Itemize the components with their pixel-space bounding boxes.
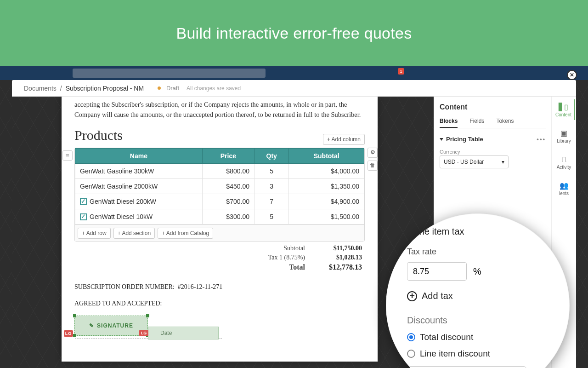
table-row: GenWatt Gasoline 2000kW $450.00 3 $1,350… bbox=[75, 178, 364, 194]
rail-library[interactable]: ▣Library bbox=[554, 126, 575, 146]
col-name[interactable]: Name bbox=[75, 148, 203, 163]
assignee-chip[interactable]: LG bbox=[139, 330, 148, 336]
panel-title: Content bbox=[440, 103, 546, 111]
document-canvas[interactable]: accepting the Subscriber's subscription,… bbox=[12, 97, 434, 368]
pricing-table[interactable]: Name Price Qty Subtotal GenWatt Gasoline… bbox=[74, 148, 365, 242]
radio-icon bbox=[407, 350, 415, 358]
chevron-down-icon bbox=[440, 138, 443, 141]
add-from-catalog-button[interactable]: + Add from Catalog bbox=[158, 228, 213, 239]
signature-field[interactable]: ✎ SIGNATURE LG bbox=[74, 316, 148, 336]
total-value: $12,778.13 bbox=[316, 263, 362, 271]
gear-icon[interactable]: ⚙ bbox=[368, 148, 378, 158]
notification-badge[interactable]: 1 bbox=[398, 68, 404, 75]
totals-block: Subtotal$11,750.00 Tax 1 (8.75%)$1,028.1… bbox=[74, 244, 365, 272]
table-row: GenWatt Diesel 10kW $300.00 5 $1,500.00 bbox=[75, 209, 364, 224]
products-heading[interactable]: Products bbox=[74, 127, 365, 143]
panel-tabs: Blocks Fields Tokens bbox=[440, 115, 546, 128]
tax-rate-input[interactable] bbox=[407, 262, 467, 281]
assignee-chip[interactable]: LG bbox=[64, 330, 73, 337]
currency-label: Currency bbox=[440, 149, 546, 155]
rail-clients[interactable]: 👥ients bbox=[554, 178, 575, 199]
tab-fields[interactable]: Fields bbox=[469, 115, 484, 128]
checkbox-icon[interactable] bbox=[80, 213, 87, 220]
banner-title: Build interactive error-free quotes bbox=[176, 24, 412, 42]
date-field[interactable]: LG Date bbox=[148, 327, 219, 339]
agreed-line[interactable]: AGREED TO AND ACCEPTED: bbox=[74, 300, 365, 307]
tab-tokens[interactable]: Tokens bbox=[496, 115, 514, 128]
app-topbar: 1 bbox=[0, 66, 588, 80]
pricing-table-accordion[interactable]: Pricing Table ••• bbox=[440, 133, 546, 145]
breadcrumb-sep: / bbox=[60, 85, 62, 92]
add-column-button[interactable]: + Add column bbox=[323, 134, 365, 145]
table-footer: + Add row + Add section + Add from Catal… bbox=[75, 224, 364, 242]
discounts-heading: Discounts bbox=[407, 315, 548, 326]
app-viewport: ✕ 1 Documents / Subscription Proposal - … bbox=[0, 66, 588, 368]
library-icon: ▣ bbox=[560, 128, 569, 138]
col-qty[interactable]: Qty bbox=[254, 148, 288, 163]
radio-selected-icon bbox=[407, 333, 415, 341]
discount-value-input[interactable] bbox=[407, 366, 526, 368]
people-icon: 👥 bbox=[560, 181, 569, 190]
tab-blocks[interactable]: Blocks bbox=[440, 115, 458, 128]
breadcrumb-bar: Documents / Subscription Proposal - NM –… bbox=[12, 80, 576, 97]
tax-value: $1,028.13 bbox=[316, 254, 362, 261]
drag-handle-icon[interactable]: ≡ bbox=[62, 150, 73, 161]
subtotal-label: Subtotal bbox=[283, 245, 305, 252]
chevron-down-icon: ▾ bbox=[502, 159, 504, 165]
leaf-icon: ✎ bbox=[89, 322, 94, 329]
status-dot-icon bbox=[158, 86, 161, 90]
total-label: Total bbox=[289, 263, 305, 271]
rail-activity[interactable]: ⎍Activity bbox=[554, 152, 575, 172]
tax-label: Tax 1 (8.75%) bbox=[268, 254, 305, 261]
activity-icon: ⎍ bbox=[560, 155, 569, 164]
add-section-button[interactable]: + Add section bbox=[113, 228, 155, 239]
add-tax-button[interactable]: + Add tax bbox=[407, 291, 548, 301]
document-page: accepting the Subscriber's subscription,… bbox=[62, 97, 378, 362]
total-discount-radio[interactable]: Total discount bbox=[407, 332, 548, 342]
line-item-discount-radio[interactable]: Line item discount bbox=[407, 349, 548, 359]
save-status: All changes are saved bbox=[187, 85, 241, 92]
breadcrumb-dash: – bbox=[147, 85, 151, 92]
tax-rate-label: Tax rate bbox=[407, 247, 548, 257]
line-item-tax-option[interactable]: · Line item tax bbox=[407, 226, 548, 237]
currency-select[interactable]: USD - US Dollar▾ bbox=[440, 155, 509, 168]
body-paragraph[interactable]: accepting the Subscriber's subscription,… bbox=[74, 97, 365, 125]
add-row-button[interactable]: + Add row bbox=[78, 228, 111, 239]
percent-symbol: % bbox=[473, 266, 481, 277]
checkbox-icon[interactable] bbox=[80, 198, 87, 205]
rail-content[interactable]: ▋▯Content bbox=[554, 99, 575, 120]
doc-status: Draft bbox=[166, 85, 179, 92]
table-row: GenWatt Gasoline 300kW $800.00 5 $4,000.… bbox=[75, 163, 364, 178]
content-icon: ▋▯ bbox=[559, 102, 568, 111]
table-side-actions: ⚙ 🗑 bbox=[368, 148, 378, 171]
kebab-icon[interactable]: ••• bbox=[537, 136, 546, 143]
table-row: GenWatt Diesel 200kW $700.00 7 $4,900.00 bbox=[75, 194, 364, 209]
breadcrumb-doc[interactable]: Subscription Proposal - NM bbox=[66, 85, 144, 92]
col-price[interactable]: Price bbox=[202, 148, 254, 163]
breadcrumb-root[interactable]: Documents bbox=[24, 85, 57, 92]
subtotal-value: $11,750.00 bbox=[316, 245, 362, 252]
marketing-banner: Build interactive error-free quotes bbox=[0, 0, 588, 66]
order-number-line[interactable]: SUBSCRIPTION ORDER NUMBER: #2016-12-11-2… bbox=[74, 283, 365, 291]
col-subtotal[interactable]: Subtotal bbox=[289, 148, 364, 163]
trash-icon[interactable]: 🗑 bbox=[368, 161, 378, 171]
global-search[interactable] bbox=[73, 69, 266, 78]
close-modal-button[interactable]: ✕ bbox=[567, 70, 577, 80]
plus-circle-icon: + bbox=[407, 291, 417, 301]
